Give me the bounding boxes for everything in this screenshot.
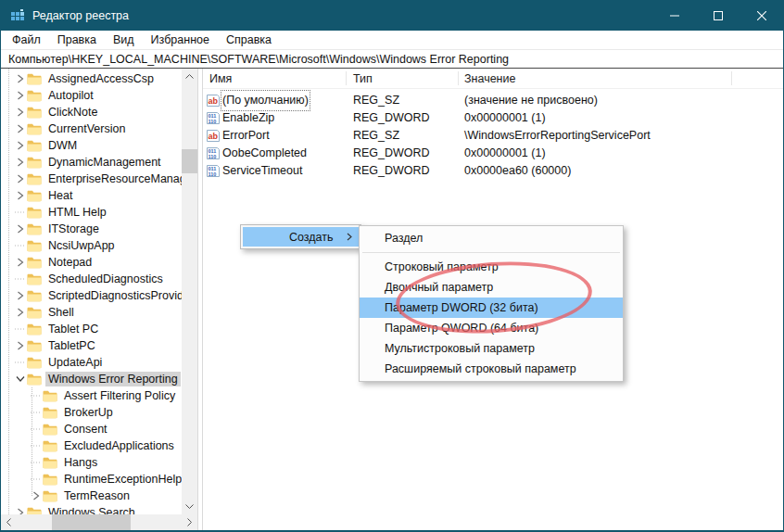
chevron-right-icon[interactable] [13, 191, 27, 200]
folder-icon [27, 207, 42, 219]
submenu-item-dword[interactable]: Параметр DWORD (32 бита) [360, 298, 623, 318]
table-row[interactable]: abErrorPortREG_SZ\WindowsErrorReportingS… [203, 127, 783, 145]
close-button[interactable] [740, 1, 783, 31]
chevron-right-icon[interactable] [13, 91, 27, 100]
tree-item[interactable]: UpdateApi [1, 354, 182, 371]
submenu-item[interactable]: Мультистроковый параметр [360, 338, 623, 359]
tree-horizontal-scrollbar[interactable] [1, 514, 197, 530]
submenu-item[interactable]: Строковый параметр [360, 257, 623, 277]
menu-help[interactable]: Справка [218, 31, 280, 49]
tree-item[interactable]: RuntimeExceptionHelper [1, 471, 182, 488]
tree-item[interactable]: Consent [1, 421, 182, 437]
tree-item[interactable]: DynamicManagement [1, 154, 182, 171]
submenu-item[interactable]: Параметр QWORD (64 бита) [360, 318, 623, 338]
maximize-button[interactable] [696, 1, 740, 31]
tree-item[interactable]: ScheduledDiagnostics [1, 271, 182, 287]
tree-item[interactable]: TabletPC [1, 337, 182, 354]
address-bar[interactable]: Компьютер\HKEY_LOCAL_MACHINE\SOFTWARE\Mi… [1, 49, 783, 69]
column-divider[interactable] [458, 71, 459, 85]
chevron-right-icon[interactable] [13, 74, 27, 83]
chevron-right-icon[interactable] [13, 174, 27, 184]
scroll-right-icon[interactable] [182, 514, 197, 530]
chevron-right-icon[interactable] [13, 308, 27, 317]
table-row[interactable]: 011110OobeCompletedREG_DWORD0x00000001 (… [203, 145, 783, 162]
tree-item[interactable]: Autopilot [1, 87, 182, 104]
chevron-right-icon[interactable] [13, 291, 27, 300]
submenu-item[interactable]: Расширяемый строковый параметр [360, 359, 623, 379]
chevron-down-icon[interactable] [13, 375, 27, 383]
chevron-right-icon[interactable] [13, 508, 27, 514]
tree-dotted-stub [13, 245, 27, 247]
tree-vertical-scrollbar[interactable] [182, 69, 197, 514]
scrollbar-thumb[interactable] [182, 149, 197, 173]
tree-dotted-stub [29, 462, 43, 463]
column-header-name[interactable]: Имя [209, 69, 232, 89]
folder-icon [43, 474, 57, 486]
menu-edit[interactable]: Правка [49, 31, 105, 49]
create-submenu: РазделСтроковый параметрДвоичный парамет… [359, 225, 624, 382]
chevron-right-icon[interactable] [29, 491, 43, 500]
tree-item[interactable]: Heat [1, 187, 182, 204]
tree-item[interactable]: Hangs [1, 454, 182, 471]
chevron-right-icon[interactable] [13, 124, 27, 133]
chevron-right-icon[interactable] [13, 224, 27, 234]
tree-item[interactable]: NcsiUwpApp [1, 237, 182, 254]
scroll-left-icon[interactable] [1, 514, 17, 530]
tree-dotted-stub [29, 478, 43, 480]
tree-item[interactable]: ITStorage [1, 221, 182, 237]
folder-icon [27, 123, 42, 135]
tree-item[interactable]: Windows Error Reporting [1, 371, 182, 387]
minimize-icon [670, 11, 679, 20]
menu-favorites[interactable]: Избранное [143, 31, 218, 49]
submenu-item[interactable]: Двоичный параметр [360, 277, 623, 298]
tree-dotted-stub [13, 211, 27, 213]
tree-item[interactable]: ClickNote [1, 104, 182, 120]
scroll-up-icon[interactable] [182, 69, 197, 84]
scrollbar-thumb[interactable] [52, 514, 131, 530]
value-name[interactable]: EnableZip [222, 109, 274, 127]
value-data: (значение не присвоено) [464, 92, 598, 109]
chevron-right-icon[interactable] [13, 258, 27, 267]
menu-file[interactable]: Файл [1, 31, 49, 49]
menu-item-create[interactable]: Создать [243, 227, 359, 247]
tree-item[interactable]: HTML Help [1, 204, 182, 221]
table-row[interactable]: 011110ServiceTimeoutREG_DWORD0x0000ea60 … [203, 162, 783, 180]
tree-item-label: Assert Filtering Policy [61, 388, 178, 403]
tree-item[interactable]: Notepad [1, 254, 182, 271]
list-header: Имя Тип Значение [203, 69, 783, 89]
tree-item[interactable]: TermReason [1, 488, 182, 504]
tree-item[interactable]: EnterpriseResourceManager [1, 171, 182, 187]
tree-item[interactable]: Tablet PC [1, 321, 182, 337]
tree-item[interactable]: BrokerUp [1, 404, 182, 421]
value-name[interactable]: ErrorPort [222, 127, 270, 145]
value-name[interactable]: ServiceTimeout [222, 162, 302, 180]
value-name[interactable]: OobeCompleted [222, 145, 307, 162]
table-row[interactable]: ab(По умолчанию)REG_SZ(значение не присв… [203, 92, 783, 109]
menu-view[interactable]: Вид [105, 31, 143, 49]
column-header-type[interactable]: Тип [353, 69, 373, 89]
folder-icon [27, 90, 42, 102]
tree-item[interactable]: AssignedAccessCsp [1, 70, 182, 87]
dword-value-icon: 011110 [207, 165, 220, 177]
tree-item[interactable]: Assert Filtering Policy [1, 387, 182, 404]
title-bar[interactable]: Редактор реестра [1, 1, 783, 31]
tree-item[interactable]: CurrentVersion [1, 120, 182, 137]
tree-item-label: Hangs [61, 455, 100, 470]
minimize-button[interactable] [652, 1, 696, 31]
column-divider[interactable] [731, 71, 732, 85]
submenu-item[interactable]: Раздел [360, 228, 623, 248]
chevron-right-icon[interactable] [13, 141, 27, 150]
chevron-right-icon[interactable] [13, 158, 27, 167]
table-row[interactable]: 011110EnableZipREG_DWORD0x00000001 (1) [203, 109, 783, 127]
chevron-right-icon[interactable] [13, 108, 27, 117]
scroll-down-icon[interactable] [182, 499, 197, 514]
tree-item[interactable]: ScriptedDiagnosticsProvider [1, 287, 182, 304]
chevron-right-icon[interactable] [13, 341, 27, 350]
column-header-value[interactable]: Значение [464, 69, 515, 89]
tree-item[interactable]: Windows Search [1, 504, 182, 514]
value-name[interactable]: (По умолчанию) [222, 92, 309, 109]
tree-item[interactable]: ExcludedApplications [1, 437, 182, 454]
column-divider[interactable] [346, 71, 347, 85]
tree-item[interactable]: Shell [1, 304, 182, 321]
tree-item[interactable]: DWM [1, 137, 182, 154]
